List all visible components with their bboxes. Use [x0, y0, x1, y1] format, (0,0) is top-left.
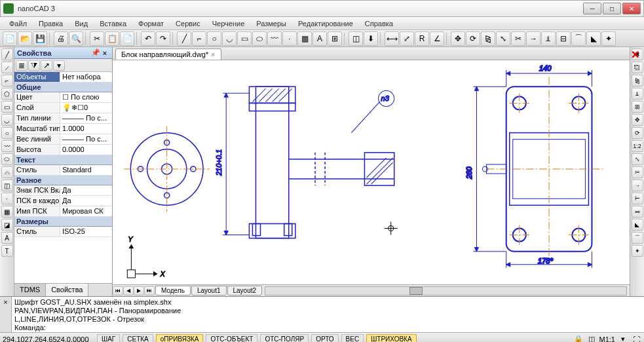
- prop-section-misc[interactable]: Разное: [14, 176, 112, 185]
- drawing-canvas[interactable]: X Y: [113, 60, 630, 284]
- prop-dimstyle[interactable]: СтильISO-25: [14, 227, 112, 237]
- pin-icon[interactable]: 📌: [91, 48, 100, 57]
- status-lock-icon[interactable]: 🔒: [573, 334, 584, 343]
- preview-icon[interactable]: 🔍: [69, 31, 83, 46]
- mod-rotate-icon[interactable]: ⟳: [632, 127, 643, 139]
- table-icon[interactable]: ⊞: [328, 31, 342, 46]
- mod-join-icon[interactable]: ⫘: [632, 206, 643, 218]
- scale-icon[interactable]: ⤡: [496, 31, 510, 46]
- mod-fillet-icon[interactable]: ⌒: [632, 232, 643, 244]
- paste-icon[interactable]: 📄: [120, 31, 134, 46]
- tab-prev-icon[interactable]: ◀: [123, 286, 134, 295]
- text-icon[interactable]: A: [313, 31, 327, 46]
- mod-trim-icon[interactable]: ✂: [632, 166, 643, 178]
- status-fullscreen-icon[interactable]: ⛶: [631, 334, 641, 343]
- hatch-icon[interactable]: ▦: [297, 31, 312, 46]
- tab-first-icon[interactable]: ⏮: [113, 286, 123, 295]
- tab-model[interactable]: Модель: [155, 286, 191, 295]
- cut-icon[interactable]: ✂: [90, 31, 104, 46]
- menu-service[interactable]: Сервис: [170, 18, 206, 29]
- tab-layout1[interactable]: Layout1: [191, 286, 227, 295]
- prop-ucs-on[interactable]: Знак ПСК ВклДа: [14, 185, 112, 196]
- circle-icon[interactable]: ○: [207, 31, 221, 46]
- draw-region-icon[interactable]: ◪: [1, 219, 13, 231]
- draw-ellipse-icon[interactable]: ⬭: [1, 153, 13, 165]
- draw-earc-icon[interactable]: ⌓: [1, 166, 13, 178]
- tab-close-icon[interactable]: ×: [211, 50, 215, 58]
- save-icon[interactable]: 💾: [33, 31, 47, 46]
- menu-help[interactable]: Справка: [360, 18, 398, 29]
- prop-section-general[interactable]: Общие: [14, 83, 112, 92]
- properties-grid[interactable]: Объекты Нет набора Общие Цвет☐ По слою С…: [14, 72, 112, 283]
- prop-ucs-each[interactable]: ПСК в каждом ...Да: [14, 196, 112, 206]
- prop-lineweight[interactable]: Вес линий——— По с...: [14, 134, 112, 145]
- tab-tdms[interactable]: TDMS: [14, 284, 46, 296]
- rotate-icon[interactable]: ⟳: [466, 31, 480, 46]
- prop-section-text[interactable]: Текст: [14, 155, 112, 165]
- tab-layout2[interactable]: Layout2: [227, 286, 263, 295]
- prop-ucs-name[interactable]: Имя ПСКМировая СК: [14, 206, 112, 217]
- prop-elevation[interactable]: Высота0.0000: [14, 145, 112, 155]
- toggle-ortho[interactable]: ОРТО: [311, 334, 338, 342]
- draw-block-icon[interactable]: ◫: [1, 180, 13, 191]
- menu-insert[interactable]: Вставка: [94, 18, 132, 29]
- prop-textstyle[interactable]: СтильStandard: [14, 165, 112, 176]
- toggle-hatch[interactable]: ШТРИХОВКА: [366, 334, 416, 342]
- insert-icon[interactable]: ⬇: [364, 31, 378, 46]
- prop-filter-icon[interactable]: ⧩: [28, 60, 40, 71]
- prop-object-row[interactable]: Объекты Нет набора: [14, 72, 112, 83]
- doc-close-icon[interactable]: ✕: [631, 48, 643, 60]
- open-icon[interactable]: 📂: [18, 31, 32, 46]
- status-scale[interactable]: М1:1: [599, 335, 615, 343]
- menu-modify[interactable]: Редактирование: [293, 18, 358, 29]
- draw-hatch-icon[interactable]: ▦: [1, 206, 13, 218]
- mod-move-icon[interactable]: ✥: [632, 114, 643, 126]
- toggle-grid[interactable]: СЕТКА: [123, 334, 153, 342]
- command-line[interactable]: Шрифт GOST_AU.SHX заменён на simplex.shx…: [12, 297, 644, 332]
- array-icon[interactable]: ⊟: [556, 31, 571, 46]
- move-icon[interactable]: ✥: [451, 31, 465, 46]
- cmd-close-icon[interactable]: ×: [0, 297, 12, 332]
- point-icon[interactable]: ·: [282, 31, 297, 46]
- toggle-osnap[interactable]: оПРИВЯЗКА: [156, 334, 204, 342]
- draw-poly-icon[interactable]: ⬠: [1, 88, 13, 100]
- prop-color[interactable]: Цвет☐ По слою: [14, 92, 112, 103]
- spline-icon[interactable]: 〰: [267, 31, 282, 46]
- toggle-otrack[interactable]: ОТС-ОБЪЕКТ: [206, 334, 257, 342]
- draw-xline-icon[interactable]: ⟋: [1, 62, 13, 73]
- prop-linetype[interactable]: Тип линии——— По с...: [14, 113, 112, 124]
- mod-extend-icon[interactable]: →: [632, 180, 643, 191]
- mod-scale-icon[interactable]: 1:2: [632, 140, 643, 152]
- minimize-button[interactable]: ─: [583, 3, 601, 14]
- toggle-polar[interactable]: ОТС-ПОЛЯР: [260, 334, 309, 342]
- mod-mirror-icon[interactable]: ⧎: [632, 75, 643, 86]
- menu-dimensions[interactable]: Размеры: [251, 18, 292, 29]
- draw-text-icon[interactable]: T: [1, 245, 13, 257]
- copy-icon[interactable]: 📋: [105, 31, 119, 46]
- draw-mtext-icon[interactable]: A: [1, 232, 13, 244]
- draw-line-icon[interactable]: ╱: [1, 48, 13, 60]
- menu-draw[interactable]: Черчение: [207, 18, 250, 29]
- rect-icon[interactable]: ▭: [237, 31, 252, 46]
- print-icon[interactable]: 🖨: [54, 31, 68, 46]
- redo-icon[interactable]: ↷: [156, 31, 170, 46]
- prop-layer[interactable]: Слой💡❄☐0: [14, 103, 112, 113]
- prop-select-icon[interactable]: ▾: [53, 60, 65, 71]
- draw-rect-icon[interactable]: ▭: [1, 101, 13, 113]
- fillet-icon[interactable]: ⌒: [571, 31, 586, 46]
- dim-radius-icon[interactable]: R: [415, 31, 429, 46]
- menu-edit[interactable]: Правка: [33, 18, 68, 29]
- close-button[interactable]: ✕: [622, 3, 641, 14]
- draw-point-icon[interactable]: ·: [1, 193, 13, 204]
- menu-format[interactable]: Формат: [133, 18, 169, 29]
- offset-icon[interactable]: ⫫: [541, 31, 556, 46]
- draw-arc-icon[interactable]: ◡: [1, 114, 13, 126]
- block-icon[interactable]: ◫: [349, 31, 363, 46]
- arc-icon[interactable]: ◡: [222, 31, 237, 46]
- ellipse-icon[interactable]: ⬭: [252, 31, 267, 46]
- tab-next-icon[interactable]: ▶: [134, 286, 144, 295]
- polyline-icon[interactable]: ⌐: [192, 31, 206, 46]
- prop-section-dims[interactable]: Размеры: [14, 217, 112, 227]
- toggle-lwt[interactable]: ВЕС: [341, 334, 364, 342]
- dim-align-icon[interactable]: ⤢: [400, 31, 414, 46]
